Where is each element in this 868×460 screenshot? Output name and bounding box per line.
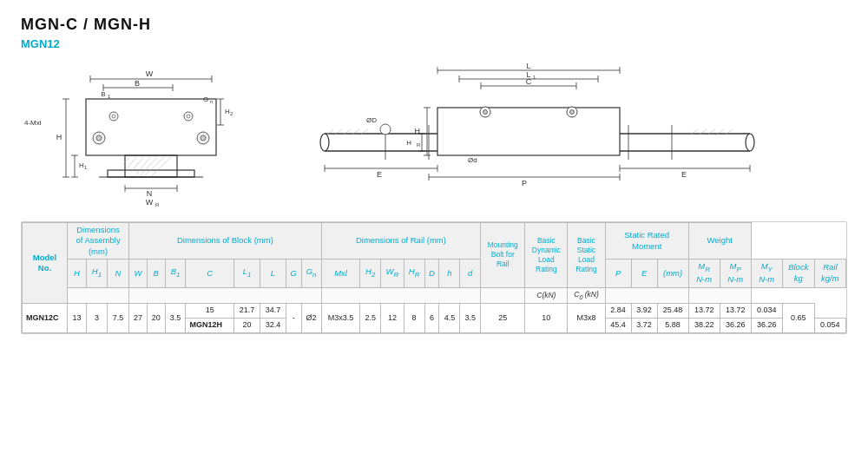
- col-e: E: [631, 260, 657, 288]
- diagrams-row: W B B 1 G n 4-Mxl H: [21, 57, 847, 209]
- col-p: P: [605, 260, 631, 288]
- val-mp-c: 13.72: [688, 304, 720, 319]
- sub-c0kn: C0 (kN): [568, 287, 605, 304]
- col-block-kg: Blockkg: [782, 260, 814, 288]
- page: MGN-C / MGN-H MGN12 W B B 1 G n: [0, 0, 868, 460]
- col-b1: B1: [165, 260, 186, 288]
- svg-line-102: [342, 129, 351, 135]
- col-rail-kgm: Railkg/m: [814, 260, 845, 288]
- svg-point-73: [483, 109, 488, 114]
- col-my: MYN-m: [751, 260, 782, 288]
- svg-point-75: [570, 109, 575, 114]
- col-h1: H1: [87, 260, 108, 288]
- val-l-c: 34.7: [260, 304, 286, 319]
- col-d: d: [460, 260, 481, 288]
- val-hd: 4.5: [439, 304, 460, 332]
- svg-text:P: P: [522, 179, 527, 187]
- val-d: 3.5: [460, 304, 481, 332]
- val-l1-c: 21.7: [234, 304, 260, 319]
- col-static: BasicStaticLoadRating: [568, 223, 605, 288]
- svg-text:Ød: Ød: [468, 156, 477, 164]
- svg-text:4-Mxl: 4-Mxl: [24, 119, 42, 127]
- svg-point-110: [320, 134, 329, 151]
- svg-line-46: [128, 157, 136, 168]
- svg-line-45: [123, 157, 129, 164]
- svg-line-103: [351, 129, 359, 135]
- svg-line-107: [707, 129, 715, 135]
- val-bolt: M3x8: [568, 304, 605, 332]
- svg-text:ØD: ØD: [366, 116, 377, 124]
- val-wr: 12: [381, 304, 404, 332]
- svg-line-101: [333, 129, 342, 135]
- val-l-h: 45.4: [605, 319, 631, 333]
- val-h2: 2.5: [360, 304, 381, 332]
- col-hr: HR: [404, 260, 424, 288]
- col-n: N: [107, 260, 128, 288]
- col-group-moment: Static RatedMoment: [605, 223, 688, 260]
- svg-text:H: H: [415, 127, 421, 135]
- col-gn: Gn: [301, 260, 321, 288]
- col-model: Model No.: [23, 223, 68, 304]
- col-h2: H2: [360, 260, 381, 288]
- col-hd: h: [439, 260, 460, 288]
- val-w: 27: [129, 304, 148, 332]
- svg-text:N: N: [147, 189, 153, 198]
- svg-line-104: [359, 129, 368, 135]
- val-h: 13: [68, 304, 87, 332]
- table-section: Model No. Dimensionsof Assembly(mm) Dime…: [21, 221, 847, 334]
- svg-text:H: H: [56, 133, 62, 141]
- val-c0kn-h: 5.88: [657, 319, 688, 333]
- svg-line-109: [724, 129, 733, 135]
- val-g: -: [286, 304, 301, 332]
- model-name-mgn12h: MGN12H: [186, 319, 234, 333]
- val-gn: Ø2: [301, 304, 321, 332]
- svg-text:E: E: [681, 170, 687, 179]
- svg-point-38: [112, 115, 115, 118]
- svg-text:2: 2: [230, 111, 233, 116]
- val-D: 6: [424, 304, 439, 332]
- col-w: W: [129, 260, 148, 288]
- diagram-left: W B B 1 G n 4-Mxl H: [21, 60, 273, 207]
- val-my-h: 36.26: [751, 319, 782, 333]
- svg-text:1: 1: [84, 165, 88, 170]
- val-mr-c: 25.48: [657, 304, 688, 319]
- val-ckn-h: 3.72: [631, 319, 657, 333]
- sub-weight: [688, 287, 751, 304]
- col-wr: WR: [381, 260, 404, 288]
- svg-text:R: R: [155, 202, 160, 207]
- svg-text:n: n: [210, 99, 213, 104]
- svg-rect-29: [108, 170, 194, 177]
- val-my-c: 13.72: [720, 304, 751, 319]
- svg-text:R: R: [417, 142, 421, 148]
- val-block-c: 0.034: [751, 304, 782, 319]
- svg-line-108: [715, 129, 724, 135]
- val-c-c: 15: [186, 304, 234, 319]
- col-g: G: [286, 260, 301, 288]
- col-h: H: [68, 260, 87, 288]
- main-title: MGN-C / MGN-H: [21, 16, 847, 34]
- svg-text:1: 1: [108, 94, 111, 99]
- sub-bolt2: [481, 287, 525, 304]
- col-mxl: Mxl: [321, 260, 360, 288]
- col-group-block: Dimensions of Block (mm): [129, 223, 322, 260]
- svg-line-48: [136, 157, 150, 174]
- col-bolt: MountingBolt forRail: [481, 223, 525, 288]
- sub-h-unit: [68, 287, 129, 304]
- val-b1: 3.5: [165, 304, 186, 332]
- val-l1-h: 32.4: [260, 319, 286, 333]
- sub-title: MGN12: [21, 37, 847, 50]
- svg-text:H: H: [406, 139, 411, 147]
- col-bolt-unit: (mm): [657, 260, 688, 288]
- col-mr: MRN-m: [688, 260, 720, 288]
- sub-block-unit: [129, 287, 322, 304]
- diagram-right: L L 1 C: [299, 60, 847, 207]
- val-h1: 3: [87, 304, 108, 332]
- val-mxl: M3x3.5: [321, 304, 360, 332]
- val-n: 7.5: [107, 304, 128, 332]
- sub-ckn: C(kN): [525, 287, 568, 304]
- specs-table: Model No. Dimensionsof Assembly(mm) Dime…: [22, 222, 846, 333]
- val-mr-h: 38.22: [688, 319, 720, 333]
- col-D: D: [424, 260, 439, 288]
- svg-text:W: W: [146, 69, 154, 78]
- table-row: MGN12C 13 3 7.5 27 20 3.5 15 21.7 34.7 -…: [23, 304, 846, 319]
